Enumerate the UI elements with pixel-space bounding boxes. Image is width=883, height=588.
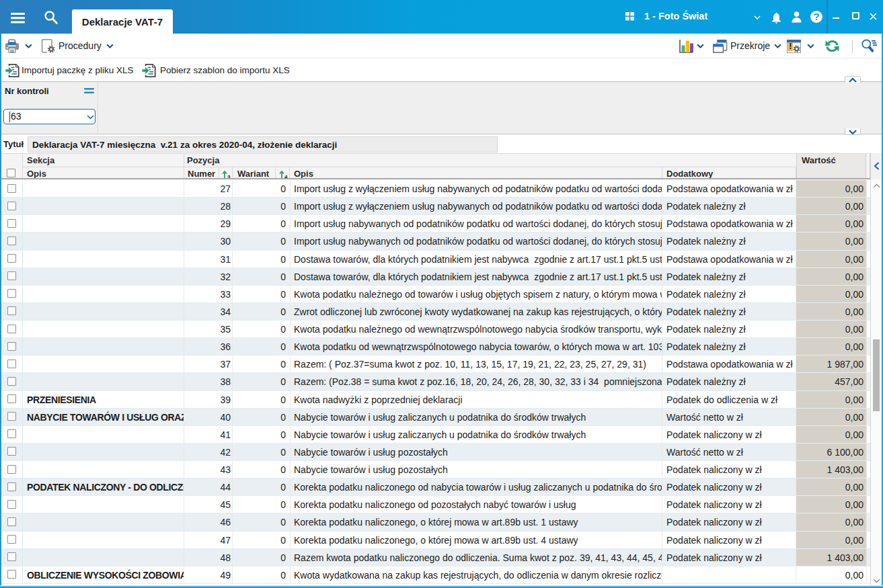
svg-text:!: ! <box>789 42 792 51</box>
svg-text:?: ? <box>813 11 819 22</box>
